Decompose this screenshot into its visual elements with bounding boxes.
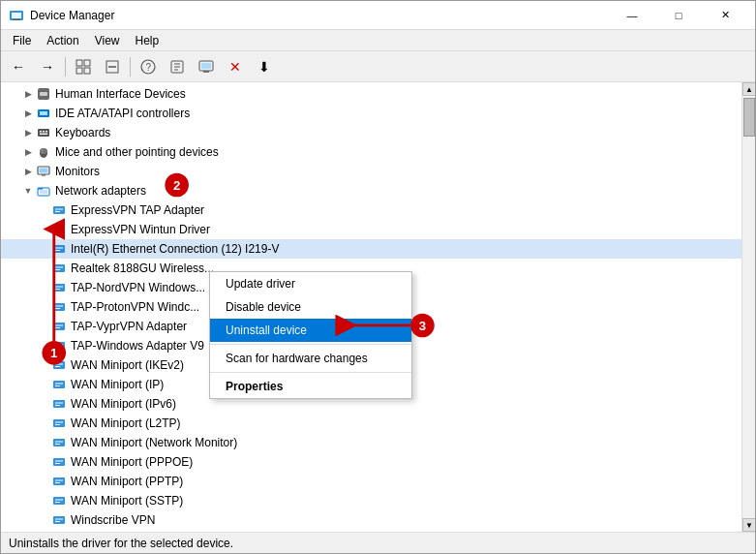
svg-rect-6 — [84, 68, 90, 74]
network-icon-8 — [51, 338, 67, 354]
ide-icon — [36, 106, 51, 121]
tree-item-windscribe-vpn[interactable]: ▶ Windscribe VPN — [1, 510, 741, 530]
hid-label: Human Interface Devices — [55, 87, 186, 101]
wan-pppoe-label: WAN Miniport (PPPOE) — [71, 455, 193, 469]
svg-rect-45 — [53, 264, 65, 272]
ctx-uninstall-device[interactable]: Uninstall device — [210, 319, 411, 342]
monitors-icon — [36, 164, 51, 179]
svg-rect-3 — [76, 60, 82, 66]
svg-rect-48 — [53, 284, 65, 292]
ctx-separator-2 — [210, 372, 411, 373]
svg-rect-36 — [53, 206, 65, 214]
ctx-scan-hardware[interactable]: Scan for hardware changes — [210, 347, 411, 370]
network-icon-10 — [51, 377, 67, 392]
back-button[interactable]: ← — [5, 54, 32, 79]
expand-hid[interactable]: ▶ — [20, 86, 36, 102]
toolbar-separator-1 — [65, 57, 66, 77]
svg-rect-75 — [53, 458, 65, 466]
close-button[interactable]: ✕ — [703, 1, 747, 30]
maximize-button[interactable]: □ — [656, 1, 701, 30]
network-icon-16 — [51, 493, 67, 508]
minimize-button[interactable]: — — [610, 1, 654, 30]
svg-rect-25 — [45, 131, 47, 133]
window-controls: — □ ✕ — [610, 1, 747, 30]
properties-button[interactable] — [164, 54, 191, 79]
wan-ip-label: WAN Miniport (IP) — [71, 378, 164, 391]
scroll-thumb[interactable] — [743, 98, 755, 137]
tree-item-wan-netmon[interactable]: ▶ WAN Miniport (Network Monitor) — [1, 433, 741, 452]
ctx-update-driver[interactable]: Update driver — [210, 272, 411, 295]
svg-rect-21 — [40, 111, 47, 115]
collapse-all-button[interactable] — [99, 54, 126, 79]
mice-label: Mice and other pointing devices — [55, 145, 219, 159]
tap-protonvpn-label: TAP-ProtonVPN Windc... — [71, 300, 199, 314]
spacer-14: ▶ — [36, 454, 51, 470]
tree-item-network-adapters[interactable]: ▼ Network adapters — [1, 181, 741, 200]
scrollbar[interactable]: ▲ ▼ — [741, 82, 755, 532]
intel-ethernet-label: Intel(R) Ethernet Connection (12) I219-V — [71, 242, 279, 256]
help-button[interactable]: ? — [135, 54, 162, 79]
network-icon-14 — [51, 454, 67, 470]
expand-all-button[interactable] — [70, 54, 97, 79]
tree-item-wan-l2tp[interactable]: ▶ WAN Miniport (L2TP) — [1, 414, 741, 433]
tree-item-keyboards[interactable]: ▶ Keyboards — [1, 123, 741, 142]
wan-netmon-label: WAN Miniport (Network Monitor) — [71, 436, 237, 449]
mice-icon — [36, 144, 51, 160]
spacer-3: ▶ — [36, 241, 51, 257]
windscribe-vpn-label: Windscribe VPN — [71, 513, 155, 527]
expand-mice[interactable]: ▶ — [20, 144, 36, 160]
tree-item-monitors[interactable]: ▶ Monitors — [1, 162, 741, 181]
tree-item-expressvpn-tap[interactable]: ▶ ExpressVPN TAP Adapter — [1, 200, 741, 220]
tree-item-hid[interactable]: ▶ Human Interface Devices — [1, 84, 741, 104]
download-button[interactable]: ⬇ — [251, 54, 278, 79]
network-icon-9 — [51, 357, 67, 373]
tap-nordvpn-label: TAP-NordVPN Windows... — [71, 281, 205, 294]
tree-item-wan-pptp[interactable]: ▶ WAN Miniport (PPTP) — [1, 472, 741, 491]
svg-rect-78 — [53, 477, 65, 485]
tree-item-intel-ethernet[interactable]: ▶ Intel(R) Ethernet Connection (12) I219… — [1, 239, 741, 259]
spacer-7: ▶ — [36, 319, 51, 334]
tree-item-wan-pppoe[interactable]: ▶ WAN Miniport (PPPOE) — [1, 452, 741, 472]
tree-item-windscribe-windtun[interactable]: ▶ Windscribe Windtun420 — [1, 530, 741, 532]
menu-view[interactable]: View — [87, 32, 128, 49]
menu-file[interactable]: File — [5, 32, 39, 49]
ctx-disable-device[interactable]: Disable device — [210, 295, 411, 319]
status-bar: Uninstalls the driver for the selected d… — [1, 532, 755, 553]
spacer-16: ▶ — [36, 493, 51, 508]
expand-keyboards[interactable]: ▶ — [20, 125, 36, 140]
remove-button[interactable]: ✕ — [222, 54, 249, 79]
hid-icon — [36, 86, 51, 102]
network-icon-4 — [51, 261, 67, 276]
wan-sstp-label: WAN Miniport (SSTP) — [71, 494, 183, 508]
computer-button[interactable] — [193, 54, 220, 79]
svg-rect-26 — [40, 134, 47, 136]
network-icon-17 — [51, 512, 67, 528]
svg-rect-84 — [53, 516, 65, 524]
menu-action[interactable]: Action — [39, 32, 86, 49]
network-icon-3 — [51, 241, 67, 257]
forward-button[interactable]: → — [34, 54, 61, 79]
tree-item-mice[interactable]: ▶ Mice and other pointing devices — [1, 142, 741, 162]
expand-network[interactable]: ▼ — [20, 183, 36, 199]
expand-monitors[interactable]: ▶ — [20, 164, 36, 179]
ide-label: IDE ATA/ATAPI controllers — [55, 107, 190, 120]
scroll-up-button[interactable]: ▲ — [742, 82, 755, 96]
svg-rect-16 — [201, 63, 211, 69]
svg-rect-23 — [40, 131, 42, 133]
svg-rect-31 — [40, 169, 48, 173]
content-area: ▶ Human Interface Devices ▶ IDE ATA/ATAP… — [1, 82, 755, 532]
svg-rect-63 — [53, 381, 65, 388]
scroll-down-button[interactable]: ▼ — [742, 518, 755, 532]
tree-item-ide[interactable]: ▶ IDE ATA/ATAPI controllers — [1, 104, 741, 123]
menu-help[interactable]: Help — [128, 32, 167, 49]
svg-text:?: ? — [146, 62, 152, 73]
network-icon-6 — [51, 299, 67, 315]
tree-item-expressvpn-wintun[interactable]: ▶ ExpressVPN Wintun Driver — [1, 220, 741, 239]
scroll-track[interactable] — [742, 96, 755, 518]
ctx-properties[interactable]: Properties — [210, 375, 411, 398]
network-icon-5 — [51, 280, 67, 295]
spacer-13: ▶ — [36, 435, 51, 450]
expand-ide[interactable]: ▶ — [20, 106, 36, 121]
tree-item-wan-sstp[interactable]: ▶ WAN Miniport (SSTP) — [1, 491, 741, 510]
window-icon — [9, 8, 24, 23]
